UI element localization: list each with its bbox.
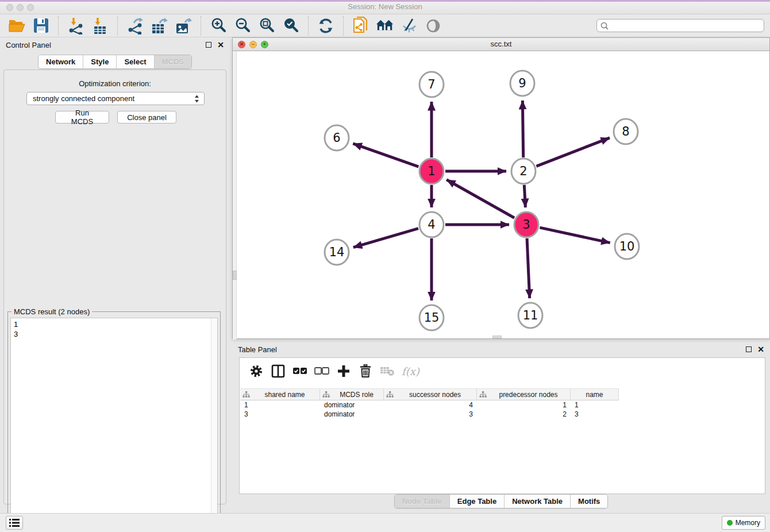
graph-node-label-6: 6: [333, 131, 340, 145]
network-minimize-button[interactable]: −: [249, 41, 257, 48]
zoom-out-icon[interactable]: [233, 17, 252, 35]
open-session-icon[interactable]: [7, 17, 26, 35]
close-panel-icon[interactable]: ✕: [757, 346, 764, 352]
edge-3-1[interactable]: [446, 180, 514, 218]
table-options-icon[interactable]: [248, 363, 265, 380]
search-box: [596, 19, 764, 32]
search-input[interactable]: [596, 19, 764, 32]
graph-node-label-8: 8: [622, 125, 629, 138]
table-cell[interactable]: 1: [571, 400, 619, 410]
network-view-window: ✕ − + scc.txt 7968124314101511: [232, 37, 770, 339]
table-tab-edge-table[interactable]: Edge Table: [449, 495, 504, 508]
delete-table-icon[interactable]: [379, 363, 396, 380]
zoom-in-icon[interactable]: [209, 17, 228, 35]
refresh-view-icon[interactable]: [317, 17, 335, 35]
mcds-result-text[interactable]: 13: [10, 318, 218, 527]
scrollbar-handle[interactable]: [233, 271, 237, 280]
hide-selected-icon[interactable]: [400, 17, 418, 35]
column-header-predecessor-nodes[interactable]: predecessor nodes: [477, 388, 571, 400]
tab-mcds[interactable]: MCDS: [154, 55, 191, 68]
edge-1-6[interactable]: [353, 144, 418, 167]
column-header-name[interactable]: name: [571, 388, 619, 400]
table-row[interactable]: 1dominator411: [240, 400, 619, 410]
function-builder-icon[interactable]: f(x): [402, 365, 419, 377]
edge-3-11[interactable]: [527, 238, 530, 298]
float-panel-icon[interactable]: [206, 42, 211, 48]
column-header-shared-name[interactable]: shared name: [240, 388, 320, 400]
network-vertical-scrollbar[interactable]: [233, 51, 237, 340]
export-network-icon[interactable]: [126, 17, 144, 35]
show-all-icon[interactable]: [424, 17, 442, 35]
task-history-button[interactable]: [6, 516, 23, 530]
clone-network-icon[interactable]: [352, 17, 370, 35]
select-stepper-icon: [194, 95, 199, 103]
table-cell[interactable]: 2: [477, 410, 571, 419]
criterion-select[interactable]: strongly connected component: [26, 92, 205, 105]
mcds-result-fieldset: MCDS result (2 nodes) 13: [7, 311, 221, 530]
zoom-selected-icon[interactable]: [282, 17, 300, 35]
window-zoom-button[interactable]: [27, 4, 34, 11]
import-table-icon[interactable]: [91, 17, 109, 35]
edge-4-14[interactable]: [353, 229, 418, 248]
edge-2-8[interactable]: [536, 138, 610, 166]
add-row-icon[interactable]: [335, 363, 352, 380]
first-neighbors-icon[interactable]: [376, 17, 394, 35]
mcds-result-line: 1: [14, 319, 214, 329]
export-table-icon[interactable]: [150, 17, 168, 35]
network-close-button[interactable]: ✕: [238, 41, 245, 48]
export-image-icon[interactable]: [174, 17, 192, 35]
mcds-panel: Optimization criterion: strongly connect…: [3, 70, 226, 504]
table-cell[interactable]: 3: [384, 410, 477, 419]
table-cell[interactable]: 3: [240, 410, 320, 419]
tab-style[interactable]: Style: [83, 55, 116, 68]
memory-button[interactable]: Memory: [722, 516, 765, 530]
column-header-MCDS-role[interactable]: MCDS role: [320, 388, 384, 400]
network-window-titlebar[interactable]: ✕ − + scc.txt: [233, 38, 769, 51]
run-mcds-button[interactable]: Run MCDS: [55, 111, 109, 124]
control-panel-tabs: NetworkStyleSelectMCDS: [0, 55, 230, 69]
table-cell[interactable]: 3: [571, 410, 619, 419]
table-row[interactable]: 3dominator323: [240, 410, 619, 419]
graph-node-label-14: 14: [329, 245, 345, 259]
deselect-all-icon[interactable]: [313, 363, 330, 380]
show-column-icon[interactable]: [270, 363, 287, 380]
network-horizontal-scrollbar[interactable]: [492, 336, 502, 338]
table-cell[interactable]: dominator: [320, 410, 384, 419]
graph-node-label-10: 10: [619, 240, 635, 253]
window-titlebar: Session: New Session: [0, 0, 770, 14]
node-table[interactable]: shared nameMCDS rolesuccessor nodesprede…: [240, 388, 619, 419]
network-maximize-button[interactable]: +: [261, 41, 268, 48]
table-cell[interactable]: 4: [384, 400, 477, 410]
close-panel-button[interactable]: Close panel: [117, 111, 176, 124]
window-close-button[interactable]: [6, 4, 13, 11]
window-minimize-button[interactable]: [17, 4, 24, 11]
status-bar: Memory: [0, 513, 770, 532]
table-toolbar: f(x): [245, 363, 419, 380]
mcds-result-scrollbar[interactable]: [211, 318, 217, 526]
network-graph-canvas[interactable]: 7968124314101511: [233, 51, 770, 340]
toolbar-separator: [343, 16, 344, 36]
table-tab-node-table[interactable]: Node Table: [395, 495, 449, 508]
save-session-icon[interactable]: [32, 17, 50, 35]
table-cell[interactable]: dominator: [320, 400, 384, 410]
close-panel-icon[interactable]: ✕: [217, 42, 224, 48]
table-tab-motifs[interactable]: Motifs: [570, 495, 607, 508]
edge-2-3[interactable]: [524, 185, 525, 207]
edge-3-10[interactable]: [540, 228, 610, 243]
float-panel-icon[interactable]: [746, 346, 752, 352]
table-tab-network-table[interactable]: Network Table: [504, 495, 570, 508]
zoom-fit-icon[interactable]: [257, 17, 276, 35]
column-header-successor-nodes[interactable]: successor nodes: [384, 388, 477, 400]
edge-2-9[interactable]: [522, 101, 523, 157]
table-cell[interactable]: 1: [240, 400, 320, 410]
table-cell[interactable]: 1: [477, 400, 571, 410]
graph-node-label-2: 2: [519, 164, 527, 178]
search-icon: [600, 22, 609, 30]
select-all-icon[interactable]: [291, 363, 309, 380]
delete-row-icon[interactable]: [357, 363, 374, 380]
tab-select[interactable]: Select: [116, 55, 153, 68]
tab-network[interactable]: Network: [38, 55, 83, 68]
table-panel-header: Table Panel ✕: [232, 342, 770, 357]
import-network-icon[interactable]: [67, 17, 85, 35]
tab-group: NetworkStyleSelectMCDS: [38, 55, 192, 69]
